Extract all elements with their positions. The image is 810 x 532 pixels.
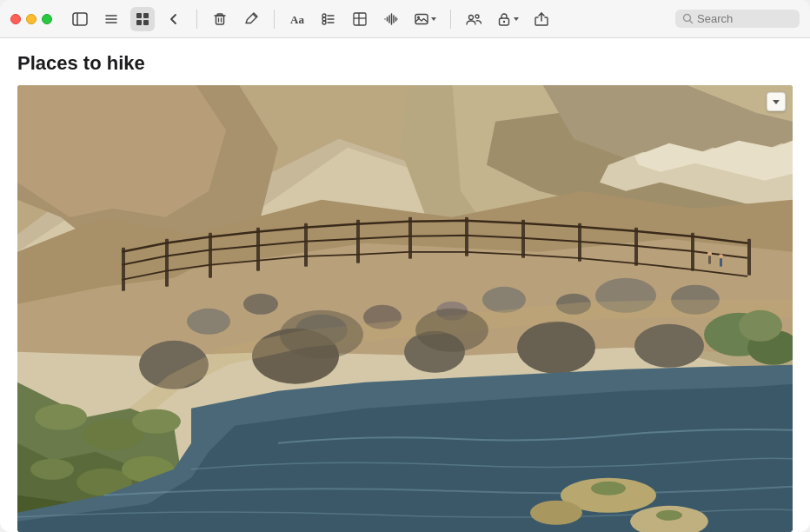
svg-line-37: [690, 21, 693, 23]
media-dropdown-chevron: [431, 17, 436, 21]
image-chevron-down-icon: [773, 100, 780, 104]
titlebar: Aa: [0, 0, 810, 38]
divider-3: [450, 10, 451, 29]
grid-view-button[interactable]: [130, 7, 155, 31]
list-view-button[interactable]: [99, 7, 123, 31]
chevron-left-icon: [166, 11, 182, 27]
list-icon: [103, 11, 119, 27]
lock-button[interactable]: [493, 7, 522, 31]
svg-rect-0: [73, 13, 87, 25]
trash-icon: [212, 11, 228, 27]
svg-rect-72: [465, 217, 468, 256]
svg-rect-77: [747, 239, 751, 276]
table-icon: [352, 11, 368, 27]
media-button[interactable]: [410, 7, 440, 31]
svg-rect-6: [143, 13, 149, 18]
svg-rect-67: [209, 233, 212, 278]
svg-marker-48: [17, 85, 226, 217]
svg-point-18: [322, 21, 326, 24]
delete-button[interactable]: [208, 7, 232, 31]
svg-point-52: [243, 294, 278, 315]
note-image-container: [17, 85, 793, 532]
svg-point-93: [656, 510, 682, 521]
landscape-svg: [17, 85, 793, 532]
svg-point-64: [634, 324, 704, 368]
divider-2: [274, 10, 275, 29]
svg-point-92: [591, 482, 626, 495]
svg-rect-5: [136, 13, 142, 18]
search-icon: [682, 13, 694, 24]
traffic-lights: [10, 14, 52, 24]
close-button[interactable]: [10, 14, 21, 24]
maximize-button[interactable]: [42, 14, 52, 24]
svg-rect-99: [708, 256, 711, 264]
image-dropdown-button[interactable]: [767, 92, 786, 111]
search-input[interactable]: [697, 12, 793, 25]
collab-icon: [466, 11, 481, 27]
minimize-button[interactable]: [26, 14, 37, 24]
svg-point-31: [417, 16, 420, 18]
checklist-icon: [321, 11, 336, 27]
format-icon: Aa: [289, 11, 305, 27]
edit-button[interactable]: [239, 7, 263, 31]
svg-point-81: [35, 404, 87, 430]
back-button[interactable]: [162, 7, 186, 31]
svg-rect-70: [356, 220, 360, 263]
svg-rect-69: [304, 223, 308, 267]
svg-point-97: [280, 310, 363, 359]
landscape-scene: [17, 85, 793, 532]
collaboration-button[interactable]: [461, 7, 486, 31]
sidebar-toggle-button[interactable]: [68, 7, 92, 31]
svg-rect-9: [216, 16, 224, 24]
pencil-icon: [243, 11, 259, 27]
svg-point-83: [132, 409, 181, 434]
share-icon: [534, 11, 549, 27]
lock-icon: [496, 11, 512, 27]
grid-icon: [135, 11, 150, 27]
svg-text:Aa: Aa: [290, 13, 304, 26]
svg-rect-65: [122, 248, 125, 291]
note-title: Places to hike: [17, 52, 793, 75]
svg-point-96: [739, 310, 782, 342]
audio-button[interactable]: [379, 7, 403, 31]
svg-point-102: [719, 255, 723, 259]
media-icon: [414, 11, 429, 27]
search-box[interactable]: [675, 10, 800, 28]
main-content: Places to hike: [0, 38, 810, 532]
audio-icon: [383, 11, 399, 27]
svg-point-91: [530, 501, 582, 525]
svg-point-84: [30, 459, 74, 480]
svg-rect-66: [165, 239, 169, 287]
svg-rect-7: [136, 20, 142, 25]
table-button[interactable]: [348, 7, 372, 31]
lock-dropdown-chevron: [514, 17, 519, 21]
svg-point-98: [415, 309, 488, 352]
svg-point-32: [469, 15, 474, 19]
svg-point-51: [187, 309, 230, 335]
divider-1: [196, 10, 197, 29]
svg-rect-8: [143, 20, 149, 25]
checklist-button[interactable]: [316, 7, 341, 31]
format-text-button[interactable]: Aa: [285, 7, 309, 31]
svg-point-63: [517, 322, 595, 374]
svg-rect-68: [256, 228, 260, 271]
svg-point-100: [707, 252, 712, 256]
share-button[interactable]: [529, 7, 554, 31]
svg-rect-101: [720, 258, 722, 267]
svg-point-35: [503, 20, 505, 22]
svg-rect-20: [354, 13, 366, 25]
svg-point-33: [475, 15, 479, 18]
svg-rect-30: [415, 14, 428, 23]
sidebar-icon: [72, 11, 88, 27]
